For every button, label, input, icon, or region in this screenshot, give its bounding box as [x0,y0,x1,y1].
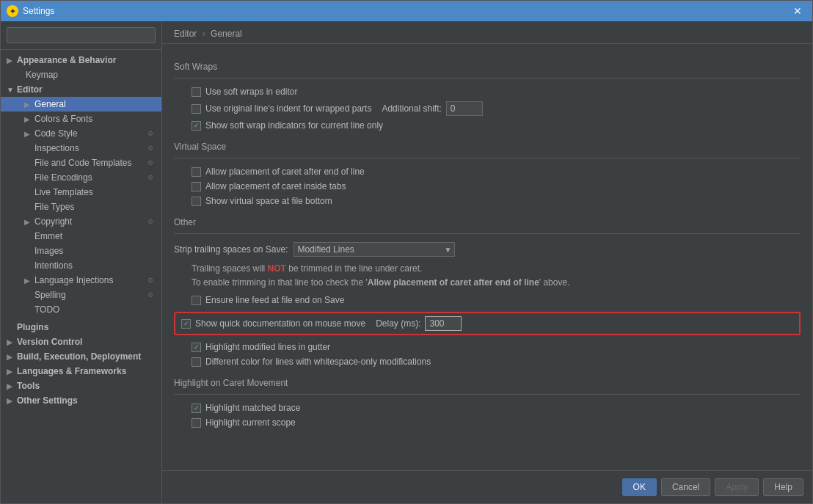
sidebar-item-label: Tools [17,381,40,391]
section-divider [174,78,801,78]
close-button[interactable]: ✕ [789,4,806,18]
sidebar-item-label: Build, Execution, Deployment [17,351,141,362]
sidebar-item-label: Other Settings [17,395,78,406]
sidebar-item-languages-frameworks[interactable]: ▶ Languages & Frameworks [1,364,161,379]
highlight-caret-title: Highlight on Caret Movement [174,378,801,388]
sidebar-item-other-settings[interactable]: ▶ Other Settings [1,393,161,408]
sidebar-item-colors-fonts[interactable]: ▶ Colors & Fonts [1,112,161,126]
checkbox-show-quick-doc[interactable] [181,319,191,329]
settings-icon: ⚙ [145,290,156,300]
sidebar-tree: ▶ Appearance & Behavior Keymap ▼ Editor … [1,50,161,503]
sidebar-item-label: Spelling [34,290,66,300]
label-highlight-modified: Highlight modified lines in gutter [205,342,330,352]
checkbox-allow-caret-eol[interactable] [192,167,201,177]
highlight-caret-section: Highlight on Caret Movement Highlight ma… [174,378,801,430]
settings-panel: Soft Wraps Use soft wraps in editor Use … [162,44,812,470]
additional-shift-input[interactable] [446,101,483,116]
sidebar-item-tools[interactable]: ▶ Tools [1,379,161,393]
label-use-soft-wraps: Use soft wraps in editor [205,87,297,97]
help-button[interactable]: Help [763,478,803,496]
sidebar-item-todo[interactable]: TODO [1,302,161,317]
window-title: Settings [23,6,54,16]
checkbox-allow-caret-tabs[interactable] [192,182,201,191]
sidebar-item-appearance[interactable]: ▶ Appearance & Behavior [1,53,161,67]
sidebar-item-build-execution[interactable]: ▶ Build, Execution, Deployment [1,349,161,364]
sidebar-item-general[interactable]: ▶ General [1,97,161,112]
checkbox-highlight-scope[interactable] [192,418,201,428]
label-ensure-line-feed: Ensure line feed at file end on Save [205,295,344,305]
titlebar-left: ✦ Settings [7,5,54,17]
option-virtual-space-bottom: Show virtual space at file bottom [174,194,801,208]
label-show-quick-doc: Show quick documentation on mouse move [195,318,365,329]
arrow-icon: ▶ [24,218,32,226]
sidebar-item-label: Keymap [26,70,58,80]
sidebar-item-copyright[interactable]: ▶ Copyright ⚙ [1,214,161,229]
sidebar-item-label: Live Templates [34,187,93,197]
arrow-icon: ▶ [7,56,14,65]
arrow-icon: ▶ [7,382,14,390]
sidebar-item-file-encodings[interactable]: File Encodings ⚙ [1,170,161,185]
sidebar-item-label: File Encodings [34,172,92,183]
settings-icon: ⚙ [145,216,156,227]
arrow-icon: ▶ [24,101,32,109]
checkbox-show-soft-wrap[interactable] [192,121,201,131]
settings-icon: ⚙ [145,172,156,183]
arrow-icon: ▶ [24,130,32,138]
label-virtual-space: Show virtual space at file bottom [205,196,332,206]
sidebar-item-version-control[interactable]: ▶ Version Control [1,335,161,349]
checkbox-different-color[interactable] [192,357,201,367]
highlighted-quick-doc-row: Show quick documentation on mouse move D… [174,312,801,335]
not-word: NOT [268,263,286,274]
virtual-space-title: Virtual Space [174,142,801,152]
label-highlight-brace: Highlight matched brace [205,403,300,413]
titlebar: ✦ Settings ✕ [1,1,812,21]
cancel-button[interactable]: Cancel [661,478,710,496]
section-divider [174,233,801,234]
breadcrumb-sep: › [203,29,205,39]
label-allow-caret-tabs: Allow placement of caret inside tabs [205,181,346,191]
checkbox-virtual-space[interactable] [192,197,201,206]
apply-button[interactable]: Apply [715,478,759,496]
breadcrumb: Editor › General [162,21,812,44]
sidebar-item-label: Plugins [17,322,48,332]
virtual-space-section: Virtual Space Allow placement of caret a… [174,142,801,208]
sidebar-item-file-code-templates[interactable]: File and Code Templates ⚙ [1,156,161,170]
sidebar-item-live-templates[interactable]: Live Templates [1,185,161,200]
soft-wraps-title: Soft Wraps [174,62,801,72]
ok-button[interactable]: OK [622,478,657,496]
strip-trailing-select[interactable]: Modified Lines ▼ [294,242,455,257]
sidebar-item-label: General [34,99,66,109]
checkbox-highlight-modified[interactable] [192,343,201,352]
sidebar-item-images[interactable]: Images [1,244,161,258]
sidebar-item-keymap[interactable]: Keymap [1,67,161,82]
checkbox-ensure-line-feed[interactable] [192,296,201,305]
delay-input[interactable] [425,316,462,331]
sidebar-item-code-style[interactable]: ▶ Code Style ⚙ [1,126,161,141]
sidebar-item-spelling[interactable]: Spelling ⚙ [1,288,161,302]
delay-label: Delay (ms): [376,318,420,329]
sidebar-item-editor[interactable]: ▼ Editor [1,82,161,97]
sidebar-item-intentions[interactable]: Intentions [1,258,161,273]
arrow-icon: ▼ [7,86,14,94]
search-input[interactable] [7,27,156,43]
strip-trailing-value: Modified Lines [297,244,354,255]
settings-icon: ⚙ [145,128,156,139]
checkbox-use-soft-wraps[interactable] [192,87,201,97]
sidebar-item-inspections[interactable]: Inspections ⚙ [1,141,161,156]
content-area: Editor › General Soft Wraps Use soft wra… [162,21,812,503]
option-show-soft-wrap-indicators: Show soft wrap indicators for current li… [174,118,801,133]
sidebar-item-label: Inspections [34,143,79,153]
arrow-icon: ▶ [24,277,32,285]
sidebar-item-language-injections[interactable]: ▶ Language Injections ⚙ [1,273,161,288]
sidebar-item-label: Emmet [34,231,62,241]
sidebar-item-file-types[interactable]: File Types [1,200,161,214]
checkbox-highlight-brace[interactable] [192,403,201,413]
sidebar-item-label: Appearance & Behavior [17,55,116,65]
sidebar-item-emmet[interactable]: Emmet [1,229,161,244]
breadcrumb-part2: General [211,29,242,39]
checkbox-original-indent[interactable] [192,104,201,114]
option-original-indent: Use original line's indent for wrapped p… [174,99,801,118]
option-highlight-brace: Highlight matched brace [174,401,801,415]
sidebar-item-plugins[interactable]: Plugins [1,320,161,335]
label-original-indent: Use original line's indent for wrapped p… [205,103,371,114]
